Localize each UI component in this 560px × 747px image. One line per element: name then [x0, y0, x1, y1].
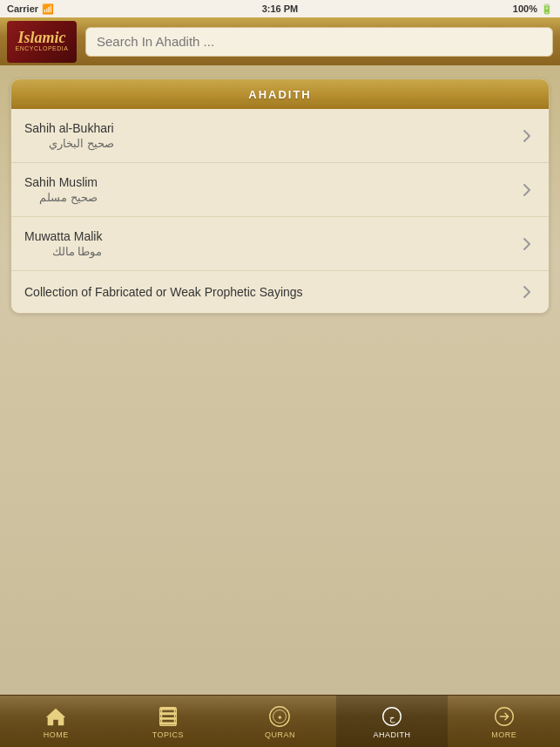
- item-text-group: Collection of Fabricated or Weak Prophet…: [24, 285, 303, 299]
- status-right: 100% 🔋: [513, 3, 553, 15]
- tab-ahadith[interactable]: ح AHADITH: [336, 696, 449, 747]
- item-title: Muwatta Malik: [24, 229, 102, 243]
- list-item[interactable]: Collection of Fabricated or Weak Prophet…: [11, 271, 549, 313]
- chevron-right-icon: [518, 235, 536, 253]
- tab-more-label: MORE: [491, 730, 516, 739]
- section-header: AHADITH: [11, 79, 549, 109]
- list-item[interactable]: Sahih al-Bukhari صحيح البخاري: [11, 109, 549, 163]
- item-title: Sahih al-Bukhari: [24, 121, 114, 135]
- status-left: Carrier 📶: [7, 3, 54, 15]
- tab-quran-label: QURAN: [265, 730, 295, 739]
- search-input[interactable]: [97, 34, 542, 49]
- battery-icon: 🔋: [541, 3, 553, 15]
- tab-ahadith-label: AHADITH: [374, 730, 411, 739]
- chevron-right-icon: [518, 181, 536, 199]
- status-bar: Carrier 📶 3:16 PM 100% 🔋: [0, 0, 560, 17]
- svg-rect-2: [160, 716, 177, 719]
- section-title: AHADITH: [248, 88, 312, 101]
- battery-label: 100%: [513, 3, 537, 14]
- item-text-group: Muwatta Malik موطا مالك: [24, 229, 102, 258]
- wifi-icon: 📶: [42, 3, 54, 15]
- home-icon: [44, 704, 68, 729]
- ahadith-section: AHADITH Sahih al-Bukhari صحيح البخاري Sa…: [10, 78, 550, 314]
- tab-topics[interactable]: TOPICS: [112, 696, 225, 747]
- tab-more[interactable]: MORE: [448, 696, 560, 747]
- search-bar[interactable]: [85, 27, 553, 57]
- tab-bar: HOME TOPICS ✦ QURAN: [0, 695, 560, 747]
- item-subtitle: موطا مالك: [24, 245, 102, 258]
- tab-home[interactable]: HOME: [0, 696, 112, 747]
- item-subtitle: صحيح مسلم: [24, 191, 98, 204]
- item-subtitle: صحيح البخاري: [24, 137, 114, 150]
- tab-topics-label: TOPICS: [152, 730, 184, 739]
- item-text-group: Sahih Muslim صحيح مسلم: [24, 175, 98, 204]
- svg-text:✦: ✦: [277, 712, 283, 721]
- ahadith-icon: ح: [380, 704, 404, 729]
- carrier-label: Carrier: [7, 3, 38, 14]
- item-title: Sahih Muslim: [24, 175, 98, 189]
- item-text-group: Sahih al-Bukhari صحيح البخاري: [24, 121, 114, 150]
- status-time: 3:16 PM: [262, 3, 299, 14]
- logo-line1: Islamic: [17, 30, 65, 45]
- more-icon: [492, 704, 516, 729]
- svg-rect-1: [160, 712, 177, 715]
- svg-rect-4: [161, 709, 174, 723]
- app-header: Islamic ENCYCLOPEDIA: [0, 17, 560, 65]
- item-title: Collection of Fabricated or Weak Prophet…: [24, 285, 303, 299]
- chevron-right-icon: [518, 283, 536, 301]
- quran-icon: ✦: [267, 704, 292, 729]
- logo-line2: ENCYCLOPEDIA: [16, 45, 69, 52]
- app-logo: Islamic ENCYCLOPEDIA: [7, 21, 77, 63]
- list-item[interactable]: Sahih Muslim صحيح مسلم: [11, 163, 549, 217]
- list-item[interactable]: Muwatta Malik موطا مالك: [11, 217, 549, 271]
- content-area: AHADITH Sahih al-Bukhari صحيح البخاري Sa…: [0, 65, 560, 695]
- svg-text:ح: ح: [389, 712, 395, 723]
- topics-icon: [156, 704, 180, 729]
- tab-quran[interactable]: ✦ QURAN: [224, 696, 336, 747]
- tab-home-label: HOME: [44, 730, 69, 739]
- chevron-right-icon: [518, 127, 536, 145]
